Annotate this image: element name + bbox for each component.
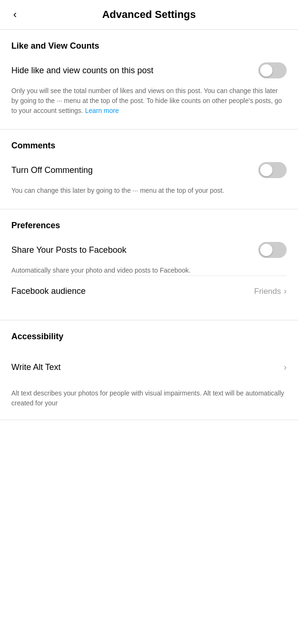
share-to-facebook-toggle[interactable] [258, 242, 287, 258]
share-to-facebook-row: Share Your Posts to Facebook [11, 242, 287, 258]
preferences-section: Preferences Share Your Posts to Facebook… [0, 209, 298, 320]
facebook-audience-label: Facebook audience [11, 286, 86, 296]
toggle-track-share [258, 242, 287, 258]
learn-more-link[interactable]: Learn more [85, 107, 119, 114]
like-counts-description: Only you will see the total number of li… [11, 86, 287, 116]
facebook-audience-value: Friends [254, 287, 281, 296]
hide-like-counts-toggle[interactable] [258, 62, 287, 78]
toggle-track-comments [258, 162, 287, 178]
comments-section: Comments Turn Off Commenting You can cha… [0, 129, 298, 209]
turn-off-commenting-toggle[interactable] [258, 162, 287, 178]
facebook-audience-value-container: Friends › [254, 286, 287, 296]
chevron-right-icon: › [284, 286, 287, 296]
share-description: Automatically share your photo and video… [11, 266, 287, 275]
alt-text-description: Alt text describes your photos for peopl… [11, 382, 287, 420]
write-alt-text-label: Write Alt Text [11, 362, 61, 372]
turn-off-commenting-row: Turn Off Commenting [11, 162, 287, 178]
write-alt-text-row[interactable]: Write Alt Text › [11, 353, 287, 382]
header: ‹ Advanced Settings [0, 0, 298, 30]
facebook-audience-row[interactable]: Facebook audience Friends › [11, 275, 287, 307]
turn-off-commenting-label: Turn Off Commenting [11, 165, 258, 175]
like-view-counts-section: Like and View Counts Hide like and view … [0, 30, 298, 129]
hide-like-counts-row: Hide like and view counts on this post [11, 62, 287, 78]
commenting-description: You can change this later by going to th… [11, 186, 287, 196]
alt-text-chevron-icon: › [284, 362, 287, 372]
like-view-counts-title: Like and View Counts [11, 41, 287, 51]
toggle-track [258, 62, 287, 78]
accessibility-title: Accessibility [11, 332, 287, 342]
comments-title: Comments [11, 141, 287, 151]
share-to-facebook-label: Share Your Posts to Facebook [11, 245, 258, 255]
preferences-title: Preferences [11, 221, 287, 231]
accessibility-section: Accessibility Write Alt Text › Alt text … [0, 320, 298, 420]
back-button[interactable]: ‹ [9, 8, 20, 22]
hide-like-counts-label: Hide like and view counts on this post [11, 66, 258, 76]
page-title: Advanced Settings [102, 9, 196, 21]
